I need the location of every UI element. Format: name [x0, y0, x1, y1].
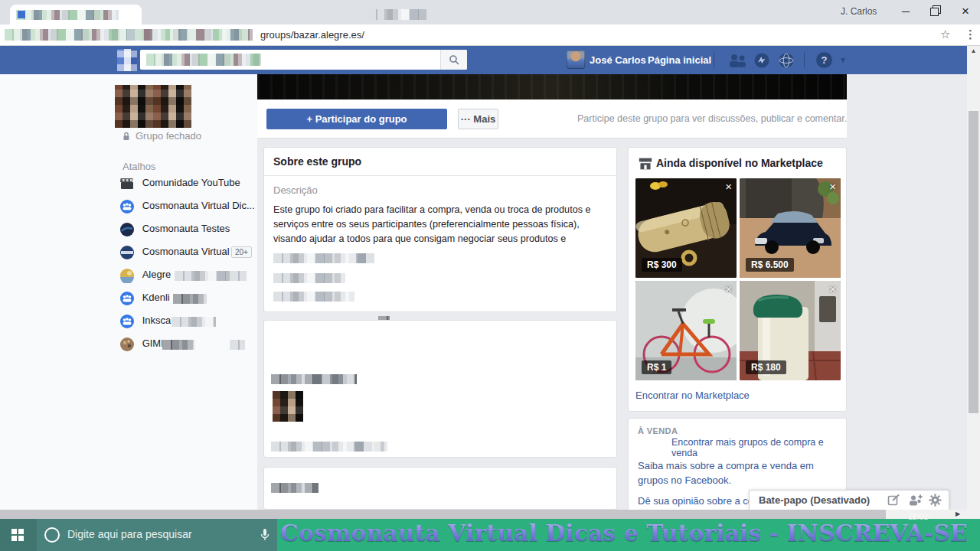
sidebar-item-label: Alegre [142, 269, 172, 280]
feedback-link[interactable]: Dê sua opinião sobre a com [638, 495, 760, 507]
browser-tab[interactable] [10, 5, 142, 24]
about-group-card: Sobre este grupo Descrição Este grupo fo… [263, 147, 617, 312]
tab-favicon [18, 11, 25, 18]
cover-texture [257, 74, 847, 99]
screen: { "browser": { "profile_name": "J. Carlo… [0, 0, 980, 551]
group-photo-icon [119, 268, 135, 283]
taskbar-search-box[interactable]: Digite aqui para pesquisar [37, 519, 277, 551]
browser-menu-icon[interactable]: ⋮ [965, 28, 976, 41]
help-icon[interactable]: ? [816, 52, 832, 68]
messenger-icon[interactable] [753, 52, 770, 69]
sidebar-item-alegre[interactable]: Alegre [119, 268, 171, 283]
restore-button[interactable] [922, 0, 948, 23]
vertical-scroll-thumb[interactable] [969, 111, 978, 413]
more-groups-link[interactable]: Encontrar mais grupos de compra e venda [671, 437, 846, 458]
sidebar-item-cosmonauta-testes[interactable]: Cosmonauta Testes [119, 222, 230, 237]
censored-block [172, 317, 216, 327]
browser-profile-name: J. Carlos [841, 6, 877, 17]
marketplace-item[interactable]: × R$ 6.500 [740, 178, 841, 278]
new-message-icon[interactable] [887, 494, 900, 507]
close-icon[interactable]: × [725, 180, 732, 193]
censored-block [230, 340, 245, 350]
horizontal-scroll-thumb[interactable] [0, 510, 886, 519]
search-button[interactable] [440, 50, 467, 70]
join-group-bar: + Participar do grupo ··· Mais Participe… [257, 99, 847, 139]
taskbar-clock: 11:02 [908, 512, 929, 521]
scroll-up-icon[interactable]: ▲ [967, 47, 980, 54]
group-cover-photo[interactable] [257, 74, 847, 99]
about-card-title: Sobre este grupo [273, 155, 361, 168]
marketplace-item[interactable]: × R$ 300 [635, 178, 737, 278]
browser-tab-bar: J. Carlos ─ × [0, 0, 980, 24]
watermark-banner: Cosmonauta Virtual Dicas e Tutoriais - I… [277, 519, 980, 551]
censored-text-line [271, 483, 318, 493]
group-people-icon [119, 199, 135, 214]
close-icon[interactable]: × [829, 282, 836, 295]
sidebar-item-label: Cosmonauta Virtual [142, 246, 230, 257]
minimize-button[interactable]: ─ [893, 0, 919, 23]
learn-more-link[interactable]: Saiba mais sobre a compra e venda em gru… [638, 458, 831, 487]
sidebar-item-cosmonauta-virtual-dicas[interactable]: Cosmonauta Virtual Dic... [119, 199, 255, 214]
friend-requests-icon[interactable] [727, 53, 747, 68]
avatar[interactable] [567, 51, 585, 69]
price-badge: R$ 1 [642, 360, 671, 374]
horizontal-scrollbar[interactable]: ▶ [0, 510, 980, 519]
divider [714, 52, 714, 68]
censored-text-line [273, 253, 374, 263]
more-button[interactable]: ··· Mais [458, 109, 498, 129]
censored-block [368, 9, 429, 20]
censored-facebook-logo [117, 49, 137, 71]
scroll-right-icon[interactable]: ▶ [956, 510, 960, 517]
sidebar-item-kdenlive[interactable]: Kdenli [119, 291, 170, 306]
microphone-icon[interactable] [260, 528, 270, 542]
censored-block [175, 271, 231, 281]
group-privacy-label: Grupo fechado [136, 130, 201, 142]
sidebar-item-label: Kdenli [142, 292, 170, 303]
marketplace-item[interactable]: × R$ 180 [740, 281, 841, 380]
taskbar-search-placeholder: Digite aqui para pesquisar [67, 528, 192, 540]
facebook-search-input[interactable] [140, 50, 467, 70]
chevron-down-icon[interactable]: ▼ [839, 56, 847, 64]
facebook-header: José Carlos Página inicial ? ▼ [0, 46, 967, 74]
find-marketplace-link[interactable]: Encontrar no Marketplace [635, 390, 750, 401]
gear-icon[interactable] [929, 494, 942, 507]
chat-people-icon[interactable] [908, 494, 923, 507]
censored-text-line [273, 273, 345, 283]
header-user-name[interactable]: José Carlos [590, 54, 646, 66]
sidebar-item-cosmonauta-virtual[interactable]: Cosmonauta Virtual 20+ [119, 245, 230, 260]
sidebar-item-inkscape[interactable]: Inksca [119, 314, 171, 329]
censored-text-line [271, 442, 387, 452]
close-button[interactable]: × [952, 0, 978, 23]
vertical-scrollbar[interactable]: ▲ [967, 46, 980, 510]
join-hint-text: Participe deste grupo para ver discussõe… [577, 113, 847, 124]
bookmark-star-icon[interactable]: ☆ [940, 28, 950, 41]
censored-block [162, 340, 194, 350]
shortcuts-title: Atalhos [122, 161, 155, 172]
sidebar-item-label: Cosmonauta Testes [142, 223, 230, 234]
divider [804, 52, 805, 68]
marketplace-item[interactable]: × R$ 1 [635, 281, 737, 380]
header-home-link[interactable]: Página inicial [648, 54, 711, 66]
chat-bar[interactable]: Bate-papo (Desativado) [749, 490, 949, 510]
join-group-button[interactable]: + Participar do grupo [266, 109, 447, 129]
marketplace-card: Ainda disponível no Marketplace × [628, 147, 847, 412]
for-sale-title: À VENDA [638, 426, 678, 435]
censored-group-photo [115, 85, 191, 128]
description-label: Descrição [273, 184, 318, 196]
sidebar-item-gimp[interactable]: GIMP [119, 337, 168, 352]
close-icon[interactable]: × [725, 282, 732, 295]
sidebar-item-label: Comunidade YouTube [142, 177, 240, 188]
post-card [263, 467, 617, 510]
url-text[interactable]: groups/bazar.alegre.es/ [260, 29, 364, 41]
censored-search-text [146, 54, 261, 66]
close-icon[interactable]: × [829, 180, 836, 193]
cortana-icon [44, 527, 60, 543]
group-globe-icon [119, 222, 135, 237]
censored-author-line [271, 374, 357, 384]
start-button[interactable] [0, 519, 37, 551]
divider [264, 175, 616, 176]
clapperboard-icon [119, 176, 135, 191]
windows-logo-icon [11, 536, 17, 541]
sidebar-item-comunidade-youtube[interactable]: Comunidade YouTube [119, 176, 240, 191]
notifications-globe-icon[interactable] [778, 52, 795, 69]
